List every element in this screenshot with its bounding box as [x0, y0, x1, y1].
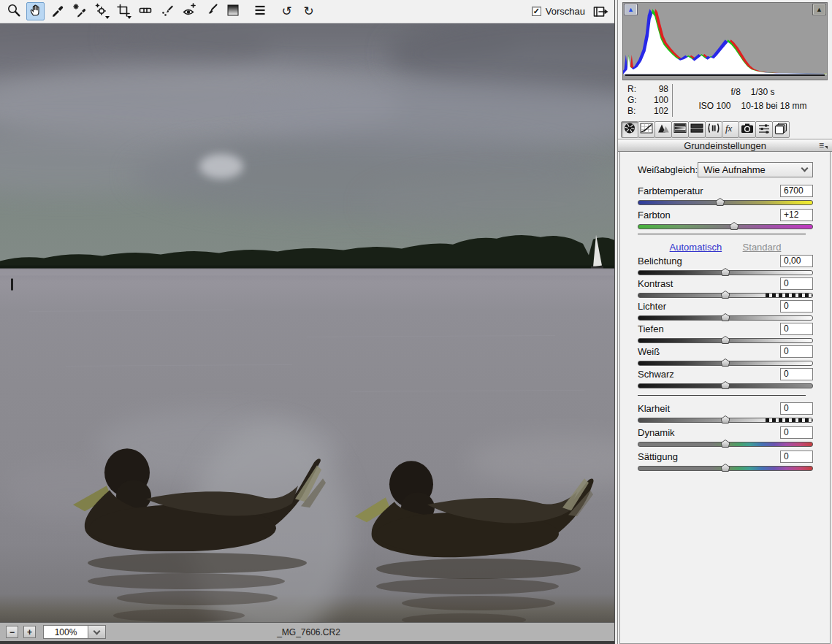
- shadow-clipping-button[interactable]: ▲: [625, 4, 637, 15]
- tab-basic[interactable]: [621, 121, 638, 138]
- crop-tool-button[interactable]: [114, 2, 132, 20]
- contrast-value-field[interactable]: 0: [780, 277, 813, 290]
- tab-hsl-grayscale[interactable]: [671, 121, 689, 138]
- slider-row-shadows: Tiefen0: [638, 323, 813, 345]
- exposure-value-field[interactable]: 0,00: [780, 255, 813, 267]
- blacks-value-field[interactable]: 0: [780, 368, 813, 380]
- magnifier-icon: [7, 3, 21, 20]
- shutter-value: 1/30 s: [751, 87, 775, 97]
- exposure-slider[interactable]: [638, 268, 813, 277]
- tab-presets[interactable]: [755, 121, 773, 138]
- adjustment-brush-tool-button[interactable]: [202, 2, 220, 20]
- shadows-slider[interactable]: [638, 336, 813, 345]
- two-bars-icon: [690, 122, 704, 137]
- histogram-plot: [623, 3, 827, 80]
- tab-effects[interactable]: fx: [722, 121, 739, 138]
- shadows-value-field[interactable]: 0: [780, 323, 813, 335]
- rotate-cw-icon: ↻: [303, 5, 313, 18]
- chevron-down-icon: [801, 165, 809, 172]
- preferences-tool-button[interactable]: [251, 2, 269, 20]
- saturation-slider[interactable]: [638, 464, 813, 472]
- zoom-tool-button[interactable]: [4, 2, 23, 20]
- highlights-value-field[interactable]: 0: [780, 300, 813, 313]
- blacks-slider[interactable]: [638, 381, 813, 390]
- eye-plus-icon: [182, 3, 196, 20]
- slider-label: Lichter: [638, 301, 666, 312]
- info-divider: [672, 84, 673, 117]
- brush-icon: [204, 3, 218, 20]
- slider-thumb[interactable]: [721, 291, 730, 299]
- fullscreen-toggle-button[interactable]: [592, 4, 610, 19]
- vibrance-value-field[interactable]: 0: [780, 426, 813, 439]
- hand-tool-button[interactable]: [26, 2, 45, 20]
- tab-lens-corrections[interactable]: [705, 121, 722, 138]
- slider-thumb[interactable]: [715, 198, 725, 206]
- default-link[interactable]: Standard: [743, 242, 782, 253]
- slider-thumb[interactable]: [721, 415, 730, 423]
- highlight-clipping-button[interactable]: ▲: [813, 4, 825, 15]
- dropdown-caret-icon: [105, 16, 110, 19]
- slider-thumb[interactable]: [721, 359, 730, 367]
- stacked-pages-icon: [774, 122, 788, 137]
- zoom-out-button[interactable]: −: [6, 626, 18, 638]
- svg-text:fx: fx: [725, 123, 733, 134]
- whites-slider[interactable]: [638, 359, 813, 367]
- clarity-slider[interactable]: [638, 415, 813, 424]
- b-label: B:: [627, 106, 636, 117]
- iso-value: ISO 100: [698, 101, 730, 111]
- gradient-square-icon: [226, 3, 240, 20]
- tab-tone-curve[interactable]: [638, 121, 655, 138]
- white-balance-label: Weißabgleich:: [638, 164, 698, 175]
- targeted-adjustment-tool-button[interactable]: [92, 2, 110, 20]
- zoom-level-dropdown-button[interactable]: [88, 625, 106, 639]
- camera-raw-window: ↺ ↻ ✓ Vorschau: [0, 0, 832, 644]
- whites-value-field[interactable]: 0: [780, 345, 813, 358]
- straighten-tool-button[interactable]: [136, 2, 154, 20]
- clarity-value-field[interactable]: 0: [780, 402, 813, 415]
- slider-row-clarity: Klarheit0: [638, 402, 813, 424]
- curve-icon: [639, 122, 654, 137]
- color-sampler-tool-button[interactable]: [70, 2, 88, 20]
- zoom-level-select[interactable]: 100%: [43, 625, 88, 639]
- panel-menu-button[interactable]: ≡: [819, 140, 828, 151]
- auto-link[interactable]: Automatisch: [670, 242, 722, 253]
- white-balance-tool-button[interactable]: [48, 2, 66, 20]
- photo-preview: [0, 23, 614, 622]
- slider-row-blacks: Schwarz0: [638, 368, 813, 390]
- preview-checkbox[interactable]: ✓: [532, 7, 541, 16]
- rotate-right-button[interactable]: ↻: [299, 2, 318, 20]
- slider-thumb[interactable]: [721, 381, 730, 389]
- section-divider: [638, 395, 806, 396]
- list-icon: [253, 3, 267, 20]
- r-label: R:: [627, 84, 636, 95]
- tint-slider[interactable]: [638, 222, 813, 231]
- contrast-slider[interactable]: [638, 291, 813, 299]
- temperature-value-field[interactable]: 6700: [780, 185, 813, 197]
- photo-canvas[interactable]: [0, 23, 614, 622]
- section-divider: [638, 234, 806, 234]
- tint-value-field[interactable]: +12: [780, 209, 813, 221]
- slider-thumb[interactable]: [721, 268, 730, 276]
- slider-thumb[interactable]: [721, 440, 730, 448]
- saturation-value-field[interactable]: 0: [780, 451, 813, 463]
- slider-thumb[interactable]: [721, 313, 730, 321]
- zoom-in-button[interactable]: +: [23, 626, 36, 638]
- tab-detail[interactable]: [654, 121, 672, 138]
- slider-label: Sättigung: [638, 451, 678, 462]
- graduated-filter-tool-button[interactable]: [224, 2, 242, 20]
- tab-camera-calibration[interactable]: [739, 121, 756, 138]
- spot-removal-tool-button[interactable]: [158, 2, 176, 20]
- red-eye-tool-button[interactable]: [180, 2, 198, 20]
- vibrance-slider[interactable]: [638, 440, 813, 448]
- rotate-left-button[interactable]: ↺: [278, 2, 296, 20]
- white-balance-select[interactable]: Wie Aufnahme: [698, 162, 813, 177]
- slider-row-vibrance: Dynamik0: [638, 426, 813, 448]
- slider-thumb[interactable]: [730, 222, 739, 230]
- slider-thumb[interactable]: [721, 336, 730, 344]
- panel-title: Grundeinstellungen: [684, 140, 766, 151]
- slider-thumb[interactable]: [721, 464, 730, 472]
- tab-snapshots[interactable]: [772, 121, 790, 138]
- tab-split-toning[interactable]: [688, 121, 706, 138]
- temperature-slider[interactable]: [638, 198, 813, 207]
- highlights-slider[interactable]: [638, 313, 813, 322]
